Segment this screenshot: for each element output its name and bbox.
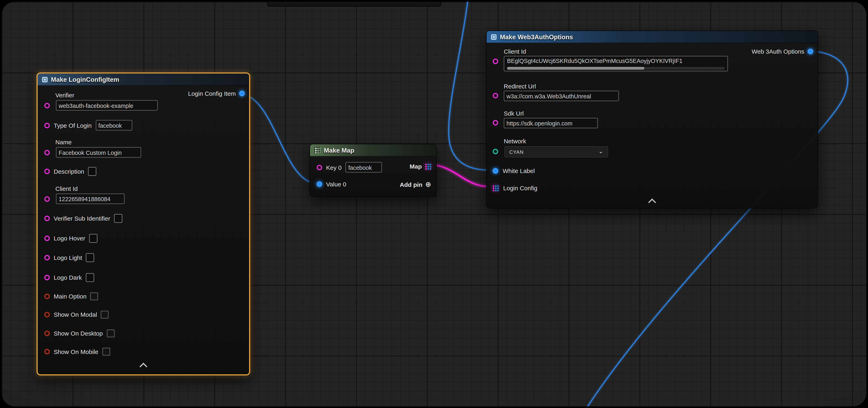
add-pin-button[interactable]: Add pin ⊕ [400, 181, 431, 188]
show-on-desktop-checkbox[interactable] [106, 330, 114, 337]
logo-hover-input[interactable] [89, 234, 97, 243]
string-pin[interactable] [44, 123, 50, 128]
client-id-input[interactable] [56, 194, 125, 204]
verifier-input[interactable] [56, 100, 158, 111]
string-pin[interactable] [44, 275, 50, 280]
wire-top-to-whitelabel[interactable] [448, 2, 487, 170]
main-option-checkbox[interactable] [90, 293, 98, 300]
collapse-node-button[interactable] [645, 198, 659, 205]
pin-label: Value 0 [326, 181, 346, 188]
pin-row: White Label [493, 168, 535, 174]
type-of-login-input[interactable] [95, 120, 132, 131]
collapse-node-button[interactable] [136, 362, 151, 369]
white-label-pin[interactable] [493, 168, 498, 174]
make-map-icon [314, 147, 320, 153]
pin-row [504, 91, 619, 101]
bool-pin[interactable] [44, 312, 50, 317]
logo-light-input[interactable] [86, 253, 94, 262]
bool-pin[interactable] [44, 331, 50, 336]
string-pin[interactable] [493, 59, 498, 64]
horizontal-scrollbar[interactable] [507, 67, 725, 70]
circled-plus-icon: ⊕ [425, 181, 431, 188]
string-pin[interactable] [44, 196, 50, 202]
offscreen-node-edge[interactable] [268, 2, 441, 7]
pin-row: Login Config [492, 185, 537, 192]
description-input[interactable] [88, 167, 96, 176]
pin-label: Sdk Url [504, 110, 524, 117]
pin-label: Logo Light [54, 254, 82, 261]
node-make-web3authoptions[interactable]: Make Web3AuthOptions Web 3Auth Options C… [486, 30, 818, 208]
graph-canvas[interactable]: Make LoginConfigItem Login Config Item V… [2, 2, 866, 406]
network-selected-value: CYAN [509, 149, 524, 155]
node-header[interactable]: Make LoginConfigItem [38, 73, 249, 86]
redirect-url-input[interactable] [504, 91, 619, 101]
value0-pin[interactable] [317, 181, 322, 187]
wire-loginconfigitem-to-value0[interactable] [241, 95, 316, 183]
pin-label: Show On Desktop [54, 330, 103, 337]
string-pin[interactable] [44, 216, 50, 221]
name-input[interactable] [56, 147, 141, 158]
network-dropdown[interactable]: CYAN ⌄ [504, 145, 609, 158]
pin-row [504, 118, 598, 128]
string-pin[interactable] [44, 103, 50, 108]
wire-glow [428, 165, 489, 186]
pin-label: Redirect Url [504, 83, 536, 90]
string-pin[interactable] [44, 149, 50, 155]
pin-row: Show On Modal [44, 311, 109, 318]
pin-row: Verifier Sub Identifier [44, 214, 123, 223]
pin-label: Network [504, 138, 526, 144]
client-id-field[interactable]: BEglQSgt4cUWcj6SKRdu5QkOXTsePmMcusG5EAoy… [504, 56, 728, 71]
bool-pin[interactable] [44, 294, 50, 299]
bool-pin[interactable] [44, 349, 50, 354]
wire-glow [448, 2, 487, 170]
pin-row: Main Option [44, 293, 98, 300]
string-pin[interactable] [493, 120, 498, 126]
enum-pin[interactable] [493, 149, 498, 154]
pin-row [44, 147, 141, 158]
string-pin[interactable] [44, 236, 50, 241]
string-pin[interactable] [44, 255, 50, 260]
scrollbar-thumb[interactable] [507, 67, 644, 70]
pin-label: Key 0 [326, 164, 342, 171]
show-on-mobile-checkbox[interactable] [102, 348, 110, 355]
string-pin[interactable] [44, 169, 50, 174]
output-pin-label: Web 3Auth Options [752, 48, 804, 55]
sdk-url-input[interactable] [504, 118, 598, 128]
verifier-sub-identifier-input[interactable] [114, 214, 122, 223]
output-pin-row: Map [410, 163, 431, 170]
string-pin[interactable] [493, 93, 498, 98]
client-id-value: BEglQSgt4cUWcj6SKRdu5QkOXTsePmMcusG5EAoy… [507, 58, 725, 66]
pin-label: Main Option [54, 293, 87, 300]
key0-input[interactable] [345, 162, 382, 173]
web3auth-options-output-pin[interactable] [808, 48, 813, 54]
pin-row: Logo Hover [44, 234, 97, 243]
pin-label: Login Config [503, 185, 537, 192]
show-on-modal-checkbox[interactable] [101, 311, 108, 318]
pin-label: Client Id [504, 48, 526, 55]
login-config-item-output-pin[interactable] [239, 91, 245, 96]
map-output-pin[interactable] [425, 163, 431, 170]
node-title: Make Web3AuthOptions [500, 33, 573, 40]
pin-row: Value 0 [317, 181, 346, 188]
pin-row [44, 194, 125, 204]
make-struct-icon [42, 76, 48, 82]
make-struct-icon [491, 34, 496, 39]
pin-label: Description [54, 168, 84, 175]
map-output-label: Map [410, 163, 422, 170]
node-title: Make Map [324, 147, 354, 154]
wire-map-to-loginconfig[interactable] [428, 165, 489, 186]
node-make-loginconfigitem[interactable]: Make LoginConfigItem Login Config Item V… [36, 72, 250, 375]
string-pin[interactable] [317, 165, 322, 170]
node-header[interactable]: Make Web3AuthOptions [487, 31, 818, 43]
output-pin-row: Web 3Auth Options [752, 48, 813, 55]
pin-label: Show On Modal [54, 311, 97, 318]
logo-dark-input[interactable] [86, 273, 94, 282]
login-config-pin[interactable] [492, 185, 499, 192]
pin-row: Key 0 [317, 162, 382, 173]
node-make-map[interactable]: Make Map Key 0 Map Value 0 Add pin ⊕ [309, 144, 437, 197]
pin-label: Logo Dark [54, 274, 82, 281]
pin-label: White Label [503, 168, 535, 174]
add-pin-row: Add pin ⊕ [400, 181, 431, 188]
pin-label: Type Of Login [54, 122, 92, 129]
node-header[interactable]: Make Map [310, 144, 436, 157]
